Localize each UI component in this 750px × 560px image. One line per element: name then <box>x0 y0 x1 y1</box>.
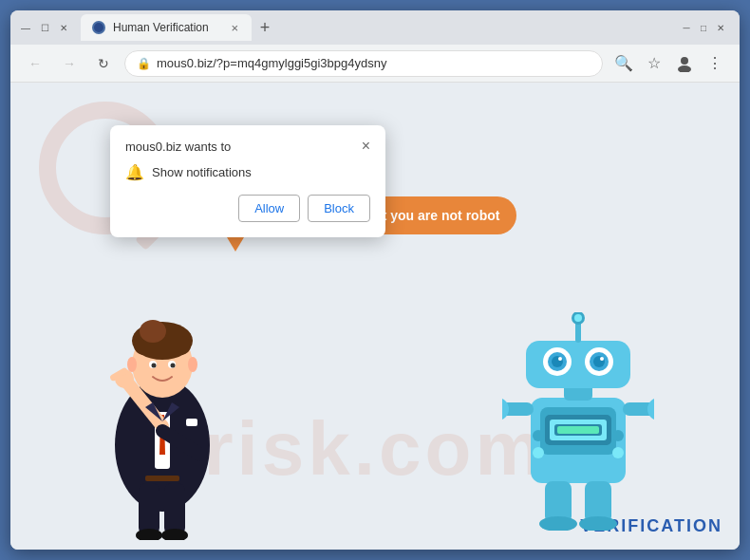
close-button[interactable]: ✕ <box>56 20 71 35</box>
popup-close-button[interactable]: × <box>362 139 370 154</box>
lock-icon: 🔒 <box>137 57 151 70</box>
tab-bar: Human Verification × + <box>81 14 675 41</box>
svg-point-28 <box>188 357 197 372</box>
popup-permission-text: Show notifications <box>152 165 252 179</box>
svg-point-45 <box>558 357 562 361</box>
svg-point-1 <box>94 23 103 32</box>
svg-rect-6 <box>164 483 185 535</box>
browser-window: — ☐ ✕ Human Verification × + ─ □ ✕ <box>10 10 740 550</box>
maximize-button[interactable]: ☐ <box>37 20 52 35</box>
popup-header: mous0.biz wants to × <box>125 139 370 154</box>
block-button[interactable]: Block <box>308 195 370 222</box>
address-bar: ← → ↻ 🔒 mous0.biz/?p=mq4gmylggi5gi3bpg4y… <box>10 45 740 83</box>
popup-title: mous0.biz wants to <box>125 140 231 154</box>
svg-rect-36 <box>557 426 599 434</box>
svg-rect-30 <box>145 476 179 481</box>
popup-buttons: Allow Block <box>125 195 370 222</box>
refresh-button[interactable]: ↻ <box>90 50 117 77</box>
svg-rect-38 <box>526 341 630 388</box>
url-bar[interactable]: 🔒 mous0.biz/?p=mq4gmylggi5gi3bpg4ydsny <box>124 50 603 77</box>
tab-close-button[interactable]: × <box>229 20 240 36</box>
svg-point-49 <box>574 314 582 322</box>
toolbar-icons: 🔍 ☆ ⋮ <box>610 50 728 77</box>
notification-popup: mous0.biz wants to × 🔔 Show notification… <box>110 125 385 237</box>
window-controls: — ☐ ✕ <box>18 20 71 35</box>
svg-point-56 <box>539 516 577 531</box>
minimize-button[interactable]: — <box>18 20 33 35</box>
svg-point-53 <box>647 398 654 420</box>
url-text: mous0.biz/?p=mq4gmylggi5gi3bpg4ydsny <box>157 56 386 70</box>
account-icon[interactable] <box>671 50 698 77</box>
svg-point-52 <box>502 398 509 420</box>
svg-point-24 <box>171 364 176 368</box>
svg-point-57 <box>579 516 617 531</box>
svg-point-20 <box>140 320 166 343</box>
titlebar-minimize[interactable]: ─ <box>679 20 694 35</box>
main-content: risk.com VERIFICATION <box>10 83 740 550</box>
svg-point-61 <box>612 447 624 458</box>
titlebar-maximize[interactable]: □ <box>696 20 711 35</box>
watermark-text: risk.com <box>203 405 546 493</box>
svg-point-23 <box>152 364 157 368</box>
robot-illustration <box>502 312 654 531</box>
back-button[interactable]: ← <box>22 50 48 77</box>
svg-point-60 <box>533 447 544 458</box>
tab-favicon <box>92 21 105 34</box>
svg-point-46 <box>600 357 604 361</box>
bookmark-icon[interactable]: ☆ <box>641 50 667 77</box>
tab-title: Human Verification <box>113 21 221 34</box>
svg-point-59 <box>612 430 624 441</box>
bell-icon: 🔔 <box>125 163 144 181</box>
new-tab-button[interactable]: + <box>252 14 278 41</box>
tab-human-verification[interactable]: Human Verification × <box>81 14 252 41</box>
search-icon[interactable]: 🔍 <box>610 50 637 77</box>
menu-icon[interactable]: ⋮ <box>702 50 728 77</box>
forward-button[interactable]: → <box>56 50 83 77</box>
svg-rect-5 <box>139 483 159 535</box>
titlebar-close[interactable]: ✕ <box>713 20 728 35</box>
svg-rect-29 <box>186 419 197 426</box>
svg-point-27 <box>127 357 137 372</box>
title-bar: — ☐ ✕ Human Verification × + ─ □ ✕ <box>10 10 740 45</box>
svg-point-58 <box>533 430 544 441</box>
allow-button[interactable]: Allow <box>238 195 300 222</box>
svg-point-2 <box>681 57 688 65</box>
svg-point-3 <box>678 65 691 72</box>
popup-permission-row: 🔔 Show notifications <box>125 163 370 181</box>
businessman-illustration <box>77 255 248 540</box>
